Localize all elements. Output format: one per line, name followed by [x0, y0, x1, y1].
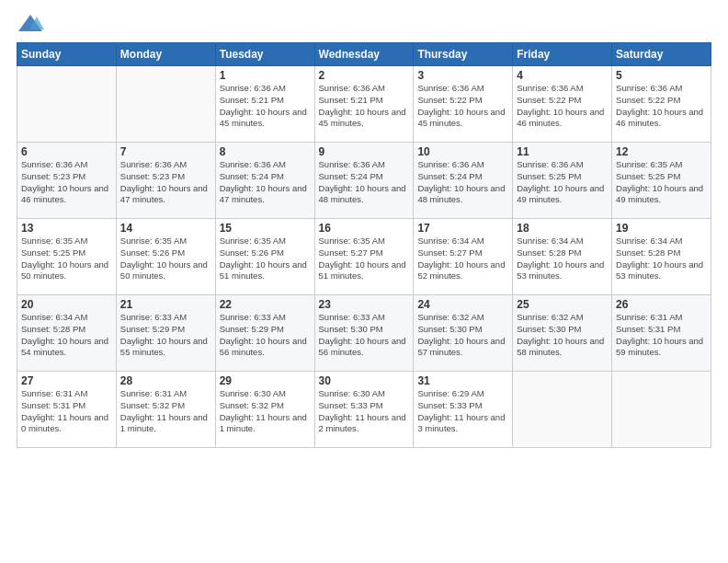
- day-info: Sunrise: 6:35 AM Sunset: 5:26 PM Dayligh…: [220, 236, 311, 282]
- day-number: 3: [417, 69, 508, 82]
- day-cell: 3Sunrise: 6:36 AM Sunset: 5:22 PM Daylig…: [414, 66, 513, 143]
- day-cell: 1Sunrise: 6:36 AM Sunset: 5:21 PM Daylig…: [215, 66, 314, 143]
- day-cell: 13Sunrise: 6:35 AM Sunset: 5:25 PM Dayli…: [17, 219, 117, 295]
- day-cell: 27Sunrise: 6:31 AM Sunset: 5:31 PM Dayli…: [17, 372, 117, 448]
- day-cell: 17Sunrise: 6:34 AM Sunset: 5:27 PM Dayli…: [414, 219, 513, 295]
- day-info: Sunrise: 6:33 AM Sunset: 5:29 PM Dayligh…: [220, 312, 311, 359]
- day-number: 11: [517, 145, 608, 158]
- day-info: Sunrise: 6:34 AM Sunset: 5:27 PM Dayligh…: [417, 236, 508, 282]
- day-cell: 2Sunrise: 6:36 AM Sunset: 5:21 PM Daylig…: [314, 66, 414, 143]
- day-cell: 28Sunrise: 6:31 AM Sunset: 5:32 PM Dayli…: [116, 372, 215, 448]
- day-info: Sunrise: 6:36 AM Sunset: 5:24 PM Dayligh…: [417, 159, 508, 206]
- day-number: 20: [21, 298, 112, 311]
- day-number: 22: [220, 298, 311, 311]
- day-info: Sunrise: 6:32 AM Sunset: 5:30 PM Dayligh…: [517, 312, 608, 359]
- day-cell: 20Sunrise: 6:34 AM Sunset: 5:28 PM Dayli…: [17, 295, 117, 372]
- day-number: 25: [517, 298, 608, 311]
- week-row-2: 6Sunrise: 6:36 AM Sunset: 5:23 PM Daylig…: [17, 143, 711, 219]
- day-info: Sunrise: 6:31 AM Sunset: 5:31 PM Dayligh…: [616, 312, 707, 359]
- day-cell: 24Sunrise: 6:32 AM Sunset: 5:30 PM Dayli…: [414, 295, 513, 372]
- day-number: 8: [220, 145, 311, 158]
- day-number: 13: [21, 222, 112, 235]
- day-info: Sunrise: 6:36 AM Sunset: 5:23 PM Dayligh…: [120, 159, 211, 206]
- day-number: 12: [616, 145, 707, 158]
- day-info: Sunrise: 6:36 AM Sunset: 5:22 PM Dayligh…: [417, 83, 508, 130]
- day-info: Sunrise: 6:33 AM Sunset: 5:29 PM Dayligh…: [120, 312, 211, 359]
- day-number: 7: [120, 145, 211, 158]
- day-number: 4: [517, 69, 608, 82]
- day-number: 23: [319, 298, 410, 311]
- logo: [17, 13, 48, 35]
- day-cell: 30Sunrise: 6:30 AM Sunset: 5:33 PM Dayli…: [314, 372, 414, 448]
- day-info: Sunrise: 6:30 AM Sunset: 5:33 PM Dayligh…: [319, 388, 410, 435]
- day-number: 16: [319, 222, 410, 235]
- day-info: Sunrise: 6:36 AM Sunset: 5:25 PM Dayligh…: [517, 159, 608, 206]
- weekday-header-wednesday: Wednesday: [314, 43, 414, 66]
- day-info: Sunrise: 6:32 AM Sunset: 5:30 PM Dayligh…: [417, 312, 508, 359]
- day-cell: 19Sunrise: 6:34 AM Sunset: 5:28 PM Dayli…: [612, 219, 711, 295]
- day-number: 14: [120, 222, 211, 235]
- calendar: SundayMondayTuesdayWednesdayThursdayFrid…: [17, 42, 711, 448]
- day-cell: 5Sunrise: 6:36 AM Sunset: 5:22 PM Daylig…: [612, 66, 711, 143]
- day-cell: [513, 372, 612, 448]
- day-info: Sunrise: 6:29 AM Sunset: 5:33 PM Dayligh…: [417, 388, 508, 435]
- day-number: 19: [616, 222, 707, 235]
- day-number: 21: [120, 298, 211, 311]
- day-info: Sunrise: 6:36 AM Sunset: 5:21 PM Dayligh…: [319, 83, 410, 130]
- day-cell: 31Sunrise: 6:29 AM Sunset: 5:33 PM Dayli…: [414, 372, 513, 448]
- weekday-header-tuesday: Tuesday: [215, 43, 314, 66]
- day-number: 29: [220, 374, 311, 387]
- day-cell: 14Sunrise: 6:35 AM Sunset: 5:26 PM Dayli…: [116, 219, 215, 295]
- day-info: Sunrise: 6:36 AM Sunset: 5:24 PM Dayligh…: [319, 159, 410, 206]
- day-number: 31: [417, 374, 508, 387]
- day-number: 28: [120, 374, 211, 387]
- day-info: Sunrise: 6:36 AM Sunset: 5:21 PM Dayligh…: [220, 83, 311, 130]
- day-cell: [116, 66, 215, 143]
- page: SundayMondayTuesdayWednesdayThursdayFrid…: [0, 0, 728, 563]
- day-cell: 25Sunrise: 6:32 AM Sunset: 5:30 PM Dayli…: [513, 295, 612, 372]
- day-info: Sunrise: 6:35 AM Sunset: 5:27 PM Dayligh…: [319, 236, 410, 282]
- week-row-5: 27Sunrise: 6:31 AM Sunset: 5:31 PM Dayli…: [17, 372, 711, 448]
- day-number: 15: [220, 222, 311, 235]
- day-number: 1: [220, 69, 311, 82]
- week-row-3: 13Sunrise: 6:35 AM Sunset: 5:25 PM Dayli…: [17, 219, 711, 295]
- day-info: Sunrise: 6:35 AM Sunset: 5:25 PM Dayligh…: [616, 159, 707, 206]
- day-cell: 7Sunrise: 6:36 AM Sunset: 5:23 PM Daylig…: [116, 143, 215, 219]
- weekday-header-saturday: Saturday: [612, 43, 711, 66]
- day-cell: 12Sunrise: 6:35 AM Sunset: 5:25 PM Dayli…: [612, 143, 711, 219]
- header: [17, 13, 711, 35]
- day-info: Sunrise: 6:33 AM Sunset: 5:30 PM Dayligh…: [319, 312, 410, 359]
- day-info: Sunrise: 6:35 AM Sunset: 5:26 PM Dayligh…: [120, 236, 211, 282]
- weekday-header-thursday: Thursday: [414, 43, 513, 66]
- day-number: 2: [319, 69, 410, 82]
- day-cell: 15Sunrise: 6:35 AM Sunset: 5:26 PM Dayli…: [215, 219, 314, 295]
- day-number: 17: [417, 222, 508, 235]
- day-number: 5: [616, 69, 707, 82]
- day-cell: 8Sunrise: 6:36 AM Sunset: 5:24 PM Daylig…: [215, 143, 314, 219]
- weekday-header-row: SundayMondayTuesdayWednesdayThursdayFrid…: [17, 43, 711, 66]
- week-row-1: 1Sunrise: 6:36 AM Sunset: 5:21 PM Daylig…: [17, 66, 711, 143]
- day-info: Sunrise: 6:34 AM Sunset: 5:28 PM Dayligh…: [616, 236, 707, 282]
- day-cell: 29Sunrise: 6:30 AM Sunset: 5:32 PM Dayli…: [215, 372, 314, 448]
- day-cell: 21Sunrise: 6:33 AM Sunset: 5:29 PM Dayli…: [116, 295, 215, 372]
- day-cell: [17, 66, 117, 143]
- day-info: Sunrise: 6:34 AM Sunset: 5:28 PM Dayligh…: [21, 312, 112, 359]
- day-info: Sunrise: 6:36 AM Sunset: 5:24 PM Dayligh…: [220, 159, 311, 206]
- day-info: Sunrise: 6:31 AM Sunset: 5:31 PM Dayligh…: [21, 388, 112, 435]
- day-cell: [612, 372, 711, 448]
- day-cell: 6Sunrise: 6:36 AM Sunset: 5:23 PM Daylig…: [17, 143, 117, 219]
- day-cell: 22Sunrise: 6:33 AM Sunset: 5:29 PM Dayli…: [215, 295, 314, 372]
- day-info: Sunrise: 6:36 AM Sunset: 5:23 PM Dayligh…: [21, 159, 112, 206]
- day-cell: 26Sunrise: 6:31 AM Sunset: 5:31 PM Dayli…: [612, 295, 711, 372]
- day-number: 26: [616, 298, 707, 311]
- day-cell: 18Sunrise: 6:34 AM Sunset: 5:28 PM Dayli…: [513, 219, 612, 295]
- day-info: Sunrise: 6:35 AM Sunset: 5:25 PM Dayligh…: [21, 236, 112, 282]
- day-number: 27: [21, 374, 112, 387]
- weekday-header-friday: Friday: [513, 43, 612, 66]
- day-number: 6: [21, 145, 112, 158]
- day-info: Sunrise: 6:36 AM Sunset: 5:22 PM Dayligh…: [517, 83, 608, 130]
- day-cell: 23Sunrise: 6:33 AM Sunset: 5:30 PM Dayli…: [314, 295, 414, 372]
- day-cell: 4Sunrise: 6:36 AM Sunset: 5:22 PM Daylig…: [513, 66, 612, 143]
- day-cell: 16Sunrise: 6:35 AM Sunset: 5:27 PM Dayli…: [314, 219, 414, 295]
- day-number: 30: [319, 374, 410, 387]
